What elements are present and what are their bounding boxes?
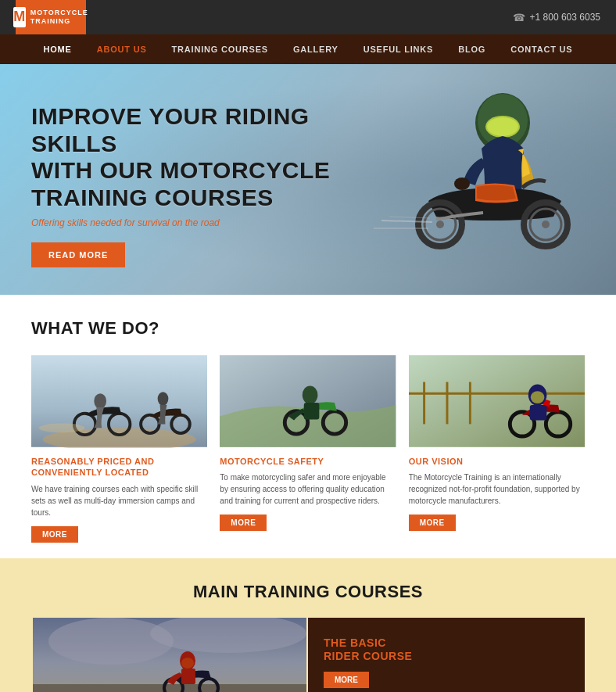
- logo[interactable]: M MOTORCYCLE TRAINING: [16, 0, 86, 34]
- svg-rect-28: [409, 355, 585, 447]
- card-1: REASONABLY PRICED AND CONVENIENTLY LOCAT…: [31, 354, 207, 543]
- svg-point-18: [94, 393, 106, 409]
- card-2-more-button[interactable]: MORE: [220, 515, 267, 531]
- svg-rect-47: [33, 618, 306, 692]
- nav-home[interactable]: HOME: [31, 34, 84, 64]
- what-we-do-title: WHAT WE DO?: [31, 318, 585, 339]
- card-1-heading: REASONABLY PRICED AND CONVENIENTLY LOCAT…: [31, 456, 207, 479]
- course-1-more-button[interactable]: MORE: [324, 672, 369, 688]
- phone-info: ☎ +1 800 603 6035: [513, 12, 600, 23]
- course-1-title: THE BASIC RIDER COURSE: [324, 636, 569, 663]
- phone-icon: ☎: [513, 12, 525, 23]
- nav-gallery[interactable]: GALLERY: [281, 34, 351, 64]
- card-2-heading: MOTORCYCLE SAFETY: [220, 456, 396, 467]
- hero-subtitle: Offering skills needed for survival on t…: [31, 217, 360, 228]
- svg-point-7: [542, 221, 550, 228]
- nav-contact[interactable]: CONTACT US: [498, 34, 585, 64]
- what-we-do-section: WHAT WE DO?: [0, 295, 616, 558]
- card-3-text: The Motorcycle Training is an internatio…: [409, 471, 585, 507]
- card-1-text: We have training courses each with speci…: [31, 483, 207, 518]
- logo-letter: M: [13, 7, 26, 27]
- hero-title: IMPROVE YOUR RIDING SKILLS WITH OUR MOTO…: [31, 103, 360, 211]
- svg-point-10: [436, 221, 444, 228]
- svg-rect-37: [529, 405, 546, 421]
- hero-content: IMPROVE YOUR RIDING SKILLS WITH OUR MOTO…: [31, 103, 360, 267]
- svg-point-3: [487, 117, 518, 136]
- nav-training[interactable]: TRAINING COURSES: [159, 34, 281, 64]
- svg-point-22: [39, 423, 85, 432]
- course-card-1: THE BASIC RIDER COURSE MORE: [31, 618, 585, 692]
- card-1-image: [31, 354, 207, 448]
- card-2-image: [220, 354, 396, 448]
- training-title: MAIN TRAINING COURSES: [31, 582, 585, 602]
- svg-point-36: [530, 391, 544, 403]
- card-3-image: [409, 354, 585, 448]
- card-2: MOTORCYCLE SAFETY To make motorcycling s…: [220, 354, 396, 543]
- svg-point-4: [454, 177, 470, 190]
- course-1-image: [31, 618, 308, 692]
- training-section: MAIN TRAINING COURSES: [0, 558, 616, 692]
- card-2-text: To make motorcycling safer and more enjo…: [220, 471, 396, 507]
- nav-blog[interactable]: BLOG: [446, 34, 498, 64]
- hero-read-more-button[interactable]: READ MORE: [31, 242, 125, 267]
- cards-row: REASONABLY PRICED AND CONVENIENTLY LOCAT…: [31, 354, 585, 543]
- phone-number: +1 800 603 6035: [530, 12, 600, 23]
- svg-point-26: [303, 385, 318, 404]
- nav-about[interactable]: ABOUT US: [84, 34, 159, 64]
- course-1-info: THE BASIC RIDER COURSE MORE: [308, 618, 585, 692]
- nav-links[interactable]: USEFUL LINKS: [351, 34, 446, 64]
- top-bar: M MOTORCYCLE TRAINING ☎ +1 800 603 6035: [0, 0, 616, 34]
- svg-point-21: [158, 392, 169, 406]
- card-1-more-button[interactable]: MORE: [31, 526, 78, 543]
- logo-text: MOTORCYCLE TRAINING: [30, 9, 88, 26]
- hero-motorcycle-image: [366, 80, 585, 283]
- svg-line-13: [389, 217, 430, 218]
- card-3-heading: OUR VISION: [409, 456, 585, 467]
- hero-section: IMPROVE YOUR RIDING SKILLS WITH OUR MOTO…: [0, 64, 616, 295]
- card-3-more-button[interactable]: MORE: [409, 515, 456, 531]
- card-3: OUR VISION The Motorcycle Training is an…: [409, 354, 585, 543]
- nav-bar: HOME ABOUT US TRAINING COURSES GALLERY U…: [0, 34, 616, 64]
